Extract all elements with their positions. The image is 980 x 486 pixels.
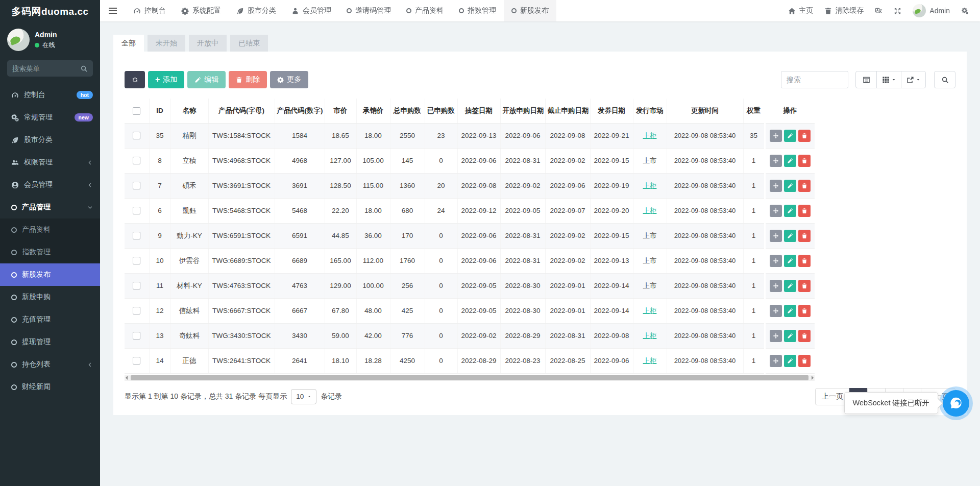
row-checkbox[interactable] — [133, 157, 140, 164]
row-checkbox[interactable] — [133, 132, 140, 139]
sidebar-item-财经新闻[interactable]: 财经新闻 — [0, 376, 100, 398]
sidebar-item-股市分类[interactable]: 股市分类 — [0, 129, 100, 151]
cell-open_date: 2022-09-02 — [500, 173, 545, 198]
card-view-button[interactable] — [855, 71, 877, 88]
select-all-checkbox[interactable] — [133, 107, 140, 115]
delete-row-button[interactable] — [798, 180, 811, 192]
market-link[interactable]: 上柜 — [643, 332, 657, 339]
move-row-button[interactable] — [770, 155, 782, 167]
sidebar-item-会员管理[interactable]: 会员管理 — [0, 174, 100, 196]
tab-开放中[interactable]: 开放中 — [189, 35, 227, 52]
table-search-input[interactable] — [781, 71, 848, 88]
row-checkbox[interactable] — [133, 207, 140, 214]
delete-row-button[interactable] — [798, 155, 811, 167]
row-checkbox[interactable] — [133, 282, 140, 289]
delete-button[interactable]: 删除 — [229, 71, 267, 88]
topnav-item-系统配置[interactable]: 系统配置 — [174, 0, 229, 21]
topnav-item-股市分类[interactable]: 股市分类 — [229, 0, 284, 21]
home-link[interactable]: 主页 — [788, 6, 813, 15]
sidebar-item-常规管理[interactable]: 常规管理new — [0, 106, 100, 129]
user-menu[interactable]: Admin — [913, 4, 950, 17]
market-link[interactable]: 上柜 — [643, 132, 657, 139]
move-row-button[interactable] — [770, 355, 782, 367]
move-row-button[interactable] — [770, 230, 782, 242]
move-row-button[interactable] — [770, 255, 782, 267]
horizontal-scrollbar[interactable] — [125, 375, 815, 381]
more-button[interactable]: 更多 — [270, 71, 308, 88]
topnav-item-会员管理[interactable]: 会员管理 — [284, 0, 339, 21]
topnav-item-产品资料[interactable]: 产品资料 — [399, 0, 451, 21]
page-size-select[interactable]: 10 — [291, 389, 316, 404]
delete-row-button[interactable] — [798, 280, 811, 292]
row-checkbox[interactable] — [133, 257, 140, 264]
scroll-left-icon[interactable] — [126, 376, 128, 380]
sidebar-item-权限管理[interactable]: 权限管理 — [0, 151, 100, 174]
scroll-right-icon[interactable] — [812, 376, 814, 380]
edit-row-button[interactable] — [784, 230, 796, 242]
sidebar-item-产品资料[interactable]: 产品资料 — [0, 218, 100, 241]
export-button[interactable] — [901, 71, 926, 88]
sidebar-item-充值管理[interactable]: 充值管理 — [0, 308, 100, 331]
delete-row-button[interactable] — [798, 230, 811, 242]
edit-row-button[interactable] — [784, 305, 796, 317]
scrollbar-thumb[interactable] — [131, 375, 808, 380]
row-checkbox[interactable] — [133, 357, 140, 364]
settings-button[interactable] — [961, 7, 969, 15]
sidebar-item-新股申购[interactable]: 新股申购 — [0, 286, 100, 308]
market-link[interactable]: 上柜 — [643, 307, 657, 314]
cell-draw_date: 2022-09-13 — [457, 123, 500, 148]
tab-未开始[interactable]: 未开始 — [148, 35, 185, 52]
delete-row-button[interactable] — [798, 130, 811, 142]
market-link[interactable]: 上柜 — [643, 357, 657, 364]
sidebar-search-input[interactable] — [12, 65, 80, 72]
market-link[interactable]: 上柜 — [643, 207, 657, 214]
sidebar-item-提现管理[interactable]: 提现管理 — [0, 331, 100, 353]
tab-已结束[interactable]: 已结束 — [230, 35, 268, 52]
row-checkbox[interactable] — [133, 332, 140, 339]
move-row-button[interactable] — [770, 130, 782, 142]
sidebar-item-控制台[interactable]: 控制台hot — [0, 84, 100, 106]
topnav-item-邀请码管理[interactable]: 邀请码管理 — [339, 0, 399, 21]
delete-row-button[interactable] — [798, 355, 811, 367]
edit-row-button[interactable] — [784, 205, 796, 217]
edit-row-button[interactable] — [784, 280, 796, 292]
move-row-button[interactable] — [770, 180, 782, 192]
topnav-item-新股发布[interactable]: 新股发布 — [504, 0, 556, 21]
move-row-button[interactable] — [770, 305, 782, 317]
sidebar-item-新股发布[interactable]: 新股发布 — [0, 263, 100, 286]
edit-row-button[interactable] — [784, 130, 796, 142]
edit-button[interactable]: 编辑 — [187, 71, 226, 88]
edit-row-button[interactable] — [784, 255, 796, 267]
edit-row-button[interactable] — [784, 155, 796, 167]
sidebar-item-指数管理[interactable]: 指数管理 — [0, 241, 100, 263]
refresh-button[interactable] — [125, 71, 145, 88]
sidebar-item-产品管理[interactable]: 产品管理 — [0, 196, 100, 218]
cell-price: 18.65 — [325, 123, 356, 148]
add-button[interactable]: + 添加 — [148, 71, 184, 88]
search-submit-button[interactable] — [934, 71, 955, 88]
chat-button[interactable] — [943, 390, 969, 417]
delete-row-button[interactable] — [798, 305, 811, 317]
edit-row-button[interactable] — [784, 330, 796, 342]
fullscreen-button[interactable] — [894, 7, 901, 15]
tab-全部[interactable]: 全部 — [113, 35, 144, 52]
market-link[interactable]: 上柜 — [643, 182, 657, 189]
row-checkbox[interactable] — [133, 182, 140, 189]
row-checkbox[interactable] — [133, 307, 140, 314]
delete-row-button[interactable] — [798, 205, 811, 217]
row-checkbox[interactable] — [133, 232, 140, 239]
move-row-button[interactable] — [770, 280, 782, 292]
sidebar-item-持仓列表[interactable]: 持仓列表 — [0, 353, 100, 376]
move-row-button[interactable] — [770, 330, 782, 342]
move-row-button[interactable] — [770, 205, 782, 217]
clear-cache-link[interactable]: 清除缓存 — [824, 6, 864, 15]
topnav-item-控制台[interactable]: 控制台 — [126, 0, 174, 21]
delete-row-button[interactable] — [798, 330, 811, 342]
translate-button[interactable] — [875, 7, 883, 15]
delete-row-button[interactable] — [798, 255, 811, 267]
hamburger-menu-icon[interactable] — [100, 0, 126, 21]
topnav-item-指数管理[interactable]: 指数管理 — [451, 0, 504, 21]
edit-row-button[interactable] — [784, 355, 796, 367]
columns-button[interactable] — [876, 71, 901, 88]
edit-row-button[interactable] — [784, 180, 796, 192]
